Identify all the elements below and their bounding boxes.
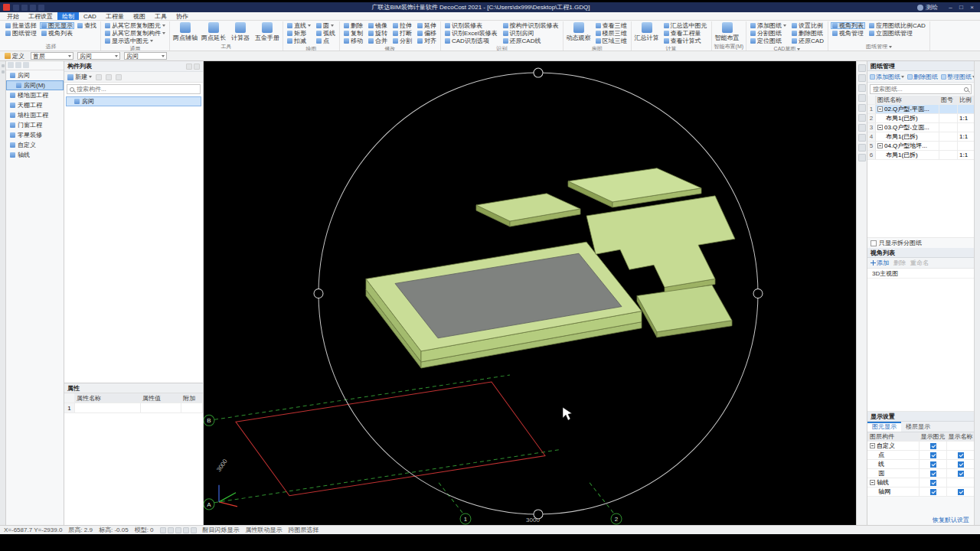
view-item[interactable]: 3D主视图 xyxy=(867,269,974,279)
checkbox-icon[interactable] xyxy=(930,480,936,486)
rectangle-button[interactable]: 矩形 xyxy=(286,30,312,37)
checkbox-icon[interactable] xyxy=(958,452,964,458)
checkbox-icon[interactable] xyxy=(930,489,936,495)
two-point-auxiliary-axis-button[interactable]: 两点辅轴 xyxy=(172,22,198,42)
tab-start[interactable]: 开始 xyxy=(2,12,24,20)
rotate-button[interactable]: 旋转 xyxy=(367,30,389,37)
component-search[interactable] xyxy=(67,84,201,94)
collapse-icon[interactable] xyxy=(877,125,883,130)
sheet-search[interactable] xyxy=(870,84,972,94)
checkbox-icon[interactable] xyxy=(930,452,936,458)
view-list-toggle[interactable]: 视角列表 xyxy=(40,30,74,37)
line-button[interactable]: 直线 xyxy=(286,22,312,29)
property-row[interactable]: 1 xyxy=(64,403,203,413)
floor-3d-button[interactable]: 楼层三维 xyxy=(594,30,629,37)
filter-icon[interactable] xyxy=(116,74,122,80)
sheet-row[interactable]: 4 布局1(已拆) 1:1 xyxy=(867,132,974,142)
split-sheet-button[interactable]: 分割图纸 xyxy=(749,30,788,37)
tree-item-ceiling-works[interactable]: 天棚工程 xyxy=(6,100,64,110)
delete-sheet-button[interactable]: 删除图纸 xyxy=(907,73,938,81)
section-icon[interactable] xyxy=(858,144,866,152)
stretch-button[interactable]: 拉伸 xyxy=(391,22,413,29)
offset-button[interactable]: 偏移 xyxy=(416,30,438,37)
recognize-finish-table-button[interactable]: 识别装修表 xyxy=(443,22,499,29)
sheet-row[interactable]: 5 04.Q户型地坪... xyxy=(867,142,974,151)
snap-perpendicular-icon[interactable] xyxy=(183,527,189,533)
blink-highlight-toggle[interactable]: 醒目闪烁显示 xyxy=(203,526,240,534)
collapse-icon[interactable] xyxy=(877,143,883,148)
view-quantity-button[interactable]: 查看工程量 xyxy=(662,30,709,37)
view-manager-button[interactable]: 视角管理 xyxy=(831,30,865,37)
tab-project-settings[interactable]: 工程设置 xyxy=(24,12,57,20)
panel-collapse-icon[interactable] xyxy=(2,70,5,73)
delete-component-icon[interactable] xyxy=(106,74,112,80)
copy-component-icon[interactable] xyxy=(96,74,102,80)
delete-button[interactable]: 删除 xyxy=(342,22,364,29)
calculator-button[interactable]: 计算器 xyxy=(229,22,252,42)
collapse-all-icon[interactable] xyxy=(15,62,21,68)
subtract-button[interactable]: 扣减 xyxy=(286,37,312,44)
copy-button[interactable]: 复制 xyxy=(342,30,364,37)
cross-layer-select-toggle[interactable]: 跨图层选择 xyxy=(289,526,319,534)
display-row[interactable]: 轴线 xyxy=(867,478,974,487)
apply-sheet-scale-button[interactable]: 应用图纸比例CAD xyxy=(867,22,927,29)
undo-icon[interactable] xyxy=(21,5,28,11)
recognize-excel-table-button[interactable]: 识别Excel装修表 xyxy=(443,30,499,37)
expand-all-icon[interactable] xyxy=(8,62,14,68)
maximize-button[interactable]: □ xyxy=(956,3,966,11)
checkbox-icon[interactable] xyxy=(930,461,936,468)
refresh-icon[interactable] xyxy=(23,62,29,68)
batch-select-button[interactable]: 批量选择 xyxy=(4,22,38,29)
two-point-extend-button[interactable]: 两点延长 xyxy=(201,22,227,42)
sheet-row[interactable]: 3 03.Q户型-立面... xyxy=(867,123,974,132)
snap-intersection-icon[interactable] xyxy=(160,527,166,533)
display-row[interactable]: 轴网 xyxy=(867,487,974,497)
orbit-view-button[interactable]: 动态观察 xyxy=(566,22,592,42)
region-3d-button[interactable]: 区域三维 xyxy=(594,37,629,44)
tab-quantity[interactable]: 工程量 xyxy=(101,12,129,20)
view-list-button[interactable]: 视角列表 xyxy=(831,22,865,29)
component-type-select[interactable]: 房间 xyxy=(77,52,120,60)
tab-element-display[interactable]: 图元显示 xyxy=(867,422,901,432)
redo-icon[interactable] xyxy=(30,5,36,11)
user-account[interactable]: 测绘 xyxy=(917,3,938,11)
checkbox-icon[interactable] xyxy=(930,471,936,477)
add-view-button[interactable]: 添加 xyxy=(871,259,889,267)
tab-cad[interactable]: CAD xyxy=(79,12,101,20)
snap-midpoint-icon[interactable] xyxy=(168,527,174,533)
checkbox-icon[interactable] xyxy=(871,240,877,246)
reset-default-button[interactable]: 恢复默认设置 xyxy=(867,514,974,525)
component-item-room[interactable]: 房间 xyxy=(66,96,201,106)
add-sheet-button[interactable]: 添加图纸 xyxy=(749,22,788,29)
view-3d-button[interactable]: 查看三维 xyxy=(594,22,629,29)
locate-sheet-button[interactable]: 定位图纸 xyxy=(749,37,788,44)
checkbox-icon[interactable] xyxy=(958,489,964,495)
left-edge-strip[interactable] xyxy=(0,61,6,525)
tree-item-misc-finish[interactable]: 零星装修 xyxy=(6,130,64,140)
top-view-icon[interactable] xyxy=(858,114,866,122)
arc-button[interactable]: 弧线 xyxy=(315,30,337,37)
checkbox-icon[interactable] xyxy=(958,471,964,477)
view-formula-button[interactable]: 查看计算式 xyxy=(662,37,709,44)
front-view-icon[interactable] xyxy=(858,124,866,132)
move-button[interactable]: 移动 xyxy=(342,37,364,44)
tab-draw[interactable]: 绘制 xyxy=(57,12,79,20)
customize-toolbar-icon[interactable] xyxy=(38,5,44,11)
floor-select[interactable]: 首层 xyxy=(31,52,74,60)
organize-sheet-button[interactable]: 整理图纸 xyxy=(941,73,975,81)
delete-sheet-button[interactable]: 删除图纸 xyxy=(790,30,825,37)
restore-cad-line-button[interactable]: 还原CAD线 xyxy=(501,37,560,44)
tab-view[interactable]: 视图 xyxy=(129,12,150,20)
tab-collaborate[interactable]: 协作 xyxy=(172,12,193,20)
save-icon[interactable] xyxy=(13,5,19,11)
extend-button[interactable]: 延伸 xyxy=(416,22,438,29)
set-scale-button[interactable]: 设置比例 xyxy=(790,22,825,29)
panel-collapse-icon[interactable] xyxy=(2,64,5,67)
display-row[interactable]: 点 xyxy=(867,451,974,460)
orbit-icon[interactable] xyxy=(858,94,866,102)
fit-view-icon[interactable] xyxy=(858,104,866,112)
smart-layout-button[interactable]: 智能布置 xyxy=(714,22,740,42)
sheet-row[interactable]: 6 布局1(已拆) 1:1 xyxy=(867,151,974,160)
collapse-icon[interactable] xyxy=(877,106,883,112)
restore-cad-button[interactable]: 还原CAD xyxy=(790,37,825,44)
